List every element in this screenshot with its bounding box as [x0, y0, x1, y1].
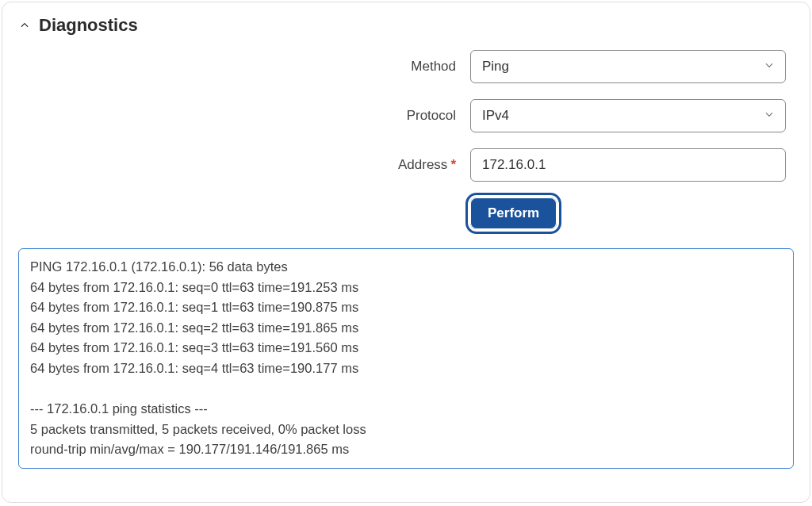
diagnostics-panel: Diagnostics Method Ping Protocol — [2, 2, 810, 503]
method-value: Ping — [482, 59, 509, 75]
address-label: Address* — [18, 157, 456, 173]
method-label: Method — [18, 59, 456, 75]
protocol-label: Protocol — [18, 108, 456, 124]
output-console: PING 172.16.0.1 (172.16.0.1): 56 data by… — [18, 248, 794, 469]
required-marker: * — [450, 157, 456, 172]
protocol-row: Protocol IPv4 — [18, 99, 794, 132]
button-row: Perform — [18, 197, 794, 229]
protocol-value: IPv4 — [482, 108, 509, 124]
address-input[interactable] — [470, 148, 786, 182]
perform-button[interactable]: Perform — [470, 197, 557, 229]
method-select[interactable]: Ping — [470, 50, 786, 83]
panel-title: Diagnostics — [39, 15, 138, 36]
panel-header[interactable]: Diagnostics — [18, 15, 794, 36]
address-row: Address* — [18, 148, 794, 182]
method-row: Method Ping — [18, 50, 794, 83]
diagnostics-form: Method Ping Protocol IPv4 — [18, 50, 794, 229]
protocol-select[interactable]: IPv4 — [470, 99, 786, 132]
chevron-up-icon — [18, 19, 31, 32]
